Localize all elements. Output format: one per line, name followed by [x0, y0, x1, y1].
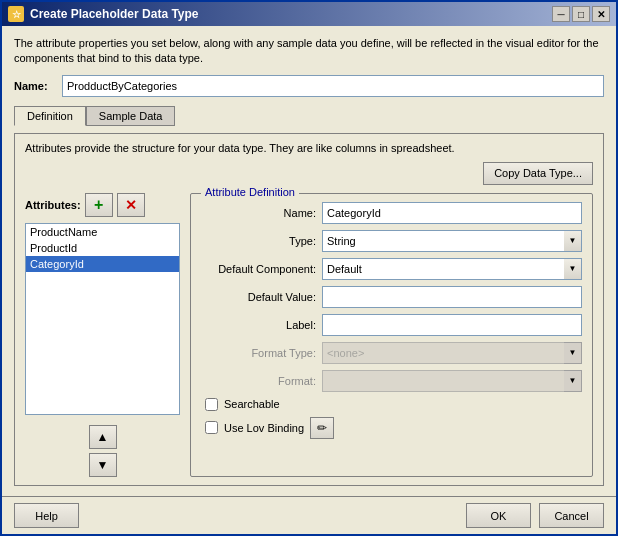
help-button[interactable]: Help: [14, 503, 79, 528]
attr-format-select-wrapper: ▼: [322, 370, 582, 392]
left-panel: Attributes: + ✕ ProductName ProductId Ca…: [25, 193, 180, 477]
cancel-button[interactable]: Cancel: [539, 503, 604, 528]
attr-label-row: Label:: [201, 314, 582, 336]
attr-format-type-row: Format Type: <none> ▼: [201, 342, 582, 364]
window-icon: ☆: [8, 6, 24, 22]
maximize-button[interactable]: □: [572, 6, 590, 22]
attr-default-component-label: Default Component:: [201, 263, 316, 275]
attribute-list[interactable]: ProductName ProductId CategoryId: [25, 223, 180, 415]
attributes-header: Attributes: + ✕: [25, 193, 180, 217]
searchable-checkbox[interactable]: [205, 398, 218, 411]
window-title: Create Placeholder Data Type: [30, 7, 199, 21]
tab-bar: Definition Sample Data: [14, 105, 604, 125]
attr-type-select-wrapper: StringIntegerBooleanDateNumber ▼: [322, 230, 582, 252]
attribute-definition-group: Attribute Definition Name: Type: StringI…: [190, 193, 593, 477]
move-buttons: ▲ ▼: [25, 425, 180, 477]
attr-default-component-row: Default Component: Default ▼: [201, 258, 582, 280]
attr-type-row: Type: StringIntegerBooleanDateNumber ▼: [201, 230, 582, 252]
close-button[interactable]: ✕: [592, 6, 610, 22]
title-controls: ─ □ ✕: [552, 6, 610, 22]
attr-format-type-select-wrapper: <none> ▼: [322, 342, 582, 364]
attr-format-type-label: Format Type:: [201, 347, 316, 359]
minimize-button[interactable]: ─: [552, 6, 570, 22]
attr-format-label: Format:: [201, 375, 316, 387]
delete-attribute-button[interactable]: ✕: [117, 193, 145, 217]
tab-definition[interactable]: Definition: [14, 106, 86, 126]
attr-label-label: Label:: [201, 319, 316, 331]
attr-item-categoryid[interactable]: CategoryId: [26, 256, 179, 272]
attr-type-label: Type:: [201, 235, 316, 247]
attr-default-component-select-wrapper: Default ▼: [322, 258, 582, 280]
tab-content-definition: Attributes provide the structure for you…: [14, 133, 604, 486]
attr-default-value-input[interactable]: [322, 286, 582, 308]
add-attribute-button[interactable]: +: [85, 193, 113, 217]
dialog-description: The attribute properties you set below, …: [14, 36, 604, 67]
attr-format-type-select[interactable]: <none>: [322, 342, 582, 364]
attr-item-productname[interactable]: ProductName: [26, 224, 179, 240]
attr-default-value-row: Default Value:: [201, 286, 582, 308]
attr-format-select[interactable]: [322, 370, 582, 392]
attr-label-input[interactable]: [322, 314, 582, 336]
attr-format-row: Format: ▼: [201, 370, 582, 392]
attr-name-label: Name:: [201, 207, 316, 219]
lov-binding-checkbox[interactable]: [205, 421, 218, 434]
lov-binding-label: Use Lov Binding: [224, 422, 304, 434]
main-area: Attributes: + ✕ ProductName ProductId Ca…: [25, 193, 593, 477]
name-input[interactable]: [62, 75, 604, 97]
lov-binding-edit-button[interactable]: ✏: [310, 417, 334, 439]
right-panel: Attribute Definition Name: Type: StringI…: [190, 193, 593, 477]
title-bar: ☆ Create Placeholder Data Type ─ □ ✕: [2, 2, 616, 26]
attribute-definition-legend: Attribute Definition: [201, 186, 299, 198]
attr-default-value-label: Default Value:: [201, 291, 316, 303]
move-up-button[interactable]: ▲: [89, 425, 117, 449]
main-window: ☆ Create Placeholder Data Type ─ □ ✕ The…: [0, 0, 618, 536]
dialog-content: The attribute properties you set below, …: [2, 26, 616, 496]
tab-description: Attributes provide the structure for you…: [25, 142, 593, 154]
name-row: Name:: [14, 75, 604, 97]
searchable-row: Searchable: [201, 398, 582, 411]
attr-name-input[interactable]: [322, 202, 582, 224]
bottom-bar: Help OK Cancel: [2, 496, 616, 534]
searchable-label: Searchable: [224, 398, 280, 410]
copy-btn-row: Copy Data Type...: [25, 162, 593, 185]
tab-sample-data[interactable]: Sample Data: [86, 106, 176, 126]
attr-type-select[interactable]: StringIntegerBooleanDateNumber: [322, 230, 582, 252]
attr-name-row: Name:: [201, 202, 582, 224]
name-label: Name:: [14, 80, 54, 92]
ok-button[interactable]: OK: [466, 503, 531, 528]
attr-default-component-select[interactable]: Default: [322, 258, 582, 280]
copy-data-type-button[interactable]: Copy Data Type...: [483, 162, 593, 185]
lov-binding-row: Use Lov Binding ✏: [201, 417, 582, 439]
attr-item-productid[interactable]: ProductId: [26, 240, 179, 256]
move-down-button[interactable]: ▼: [89, 453, 117, 477]
attr-buttons: + ✕: [85, 193, 145, 217]
attributes-label: Attributes:: [25, 199, 81, 211]
ok-cancel-buttons: OK Cancel: [466, 503, 604, 528]
